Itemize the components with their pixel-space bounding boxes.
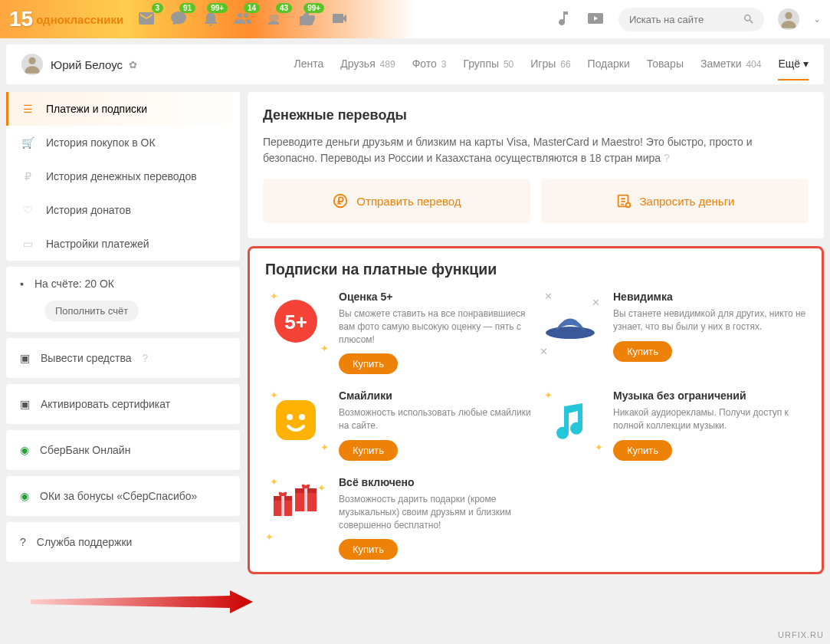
buy-button[interactable]: Купить [339, 353, 398, 374]
svg-point-8 [546, 327, 595, 339]
sub-desc: Никакой аудиорекламы. Получи доступ к по… [613, 406, 806, 432]
tab-groups[interactable]: Группы 50 [463, 58, 513, 71]
events-icon[interactable]: 99+ [298, 9, 317, 30]
svg-point-11 [299, 414, 305, 420]
music-icon: ✦✦ [540, 389, 601, 451]
main: Денежные переводы Переводите деньги друз… [248, 92, 824, 574]
ruble-icon: ₽ [20, 170, 35, 182]
buy-button[interactable]: Купить [339, 539, 398, 560]
help-icon: ? [20, 536, 26, 548]
search-icon [743, 13, 755, 28]
buy-button[interactable]: Купить [613, 341, 672, 362]
buy-button[interactable]: Купить [613, 440, 672, 461]
logo[interactable]: 15 одноклассники [9, 7, 123, 31]
tab-more[interactable]: Ещё ▾ [778, 58, 809, 80]
tab-gifts[interactable]: Подарки [588, 58, 630, 71]
sidemenu-payment-settings[interactable]: ▭Настройки платежей [6, 227, 240, 261]
sidebar: ☰Платежи и подписки 🛒История покупок в О… [6, 92, 240, 562]
smilies-icon: ✦✦ [265, 389, 326, 451]
help-icon: ? [143, 352, 149, 364]
chevron-down-icon[interactable]: ⌄ [813, 14, 821, 25]
messages-icon[interactable]: 3 [137, 9, 156, 30]
tab-notes[interactable]: Заметки 404 [700, 58, 761, 71]
sub-music: ✦✦ Музыка без ограничений Никакой аудиор… [540, 389, 806, 461]
sber-icon: ◉ [20, 490, 29, 502]
transfers-title: Денежные переводы [248, 92, 824, 134]
sub-desc: Возможность использовать любые смайлики … [339, 406, 532, 432]
certificate-icon: ▣ [20, 398, 30, 410]
svg-rect-17 [304, 488, 307, 511]
request-icon [615, 192, 632, 209]
wallet-icon: ▪ [20, 278, 24, 290]
user-avatar[interactable] [21, 54, 43, 75]
badge: 99+ [303, 3, 324, 13]
badge: 14 [244, 3, 260, 13]
svg-point-2 [28, 58, 35, 64]
sidelink-support[interactable]: ?Служба поддержки [6, 522, 240, 562]
camera-icon: ▣ [20, 352, 30, 364]
sub-all-inclusive: ✦✦✦ Всё включено Возможность дарить пода… [265, 476, 532, 560]
logo-text: одноклассники [36, 13, 123, 26]
avatar[interactable] [778, 8, 799, 30]
sidemenu-donation-history[interactable]: ♡История донатов [6, 193, 240, 227]
sub-smilies: ✦✦ Смайлики Возможность использовать люб… [265, 389, 532, 461]
sub-title: Музыка без ограничений [613, 389, 806, 402]
transfers-section: Денежные переводы Переводите деньги друз… [248, 92, 824, 238]
nav-tabs: Лента Друзья 489 Фото 3 Группы 50 Игры 6… [294, 58, 809, 71]
friends-icon[interactable]: 14 [234, 9, 252, 30]
search[interactable] [618, 8, 764, 31]
ruble-icon [332, 192, 349, 209]
rating5-icon: 5+ ✦✦ [265, 291, 326, 352]
svg-rect-14 [281, 496, 284, 516]
sidelink-sberspasibo[interactable]: ◉ОКи за бонусы «СберСпасибо» [6, 476, 240, 516]
invisible-icon: ✕✕✕ [540, 291, 601, 352]
gear-icon[interactable]: ✿ [129, 59, 137, 71]
guests-icon[interactable]: 43 [266, 9, 284, 30]
cart-icon: 🛒 [20, 136, 35, 149]
music-icon[interactable] [554, 9, 572, 30]
sber-icon: ◉ [20, 444, 29, 456]
tab-games[interactable]: Игры 66 [530, 58, 570, 71]
discussions-icon[interactable]: 91 [169, 9, 188, 30]
sidelink-certificate[interactable]: ▣Активировать сертификат [6, 384, 240, 424]
sub-title: Невидимка [613, 291, 806, 303]
sidelink-withdraw[interactable]: ▣Вывести средства ? [6, 338, 240, 378]
user-name[interactable]: Юрий Белоус [51, 58, 123, 71]
gifts-icon: ✦✦✦ [265, 476, 326, 537]
badge: 43 [276, 3, 292, 13]
video-icon[interactable] [330, 9, 349, 30]
wallet-card: ▪На счёте: 20 ОК Пополнить счёт [6, 267, 240, 332]
card-icon: ▭ [20, 238, 35, 250]
tab-photos[interactable]: Фото 3 [412, 58, 447, 71]
svg-rect-9 [276, 400, 316, 440]
request-money-button[interactable]: Запросить деньги [541, 179, 809, 223]
tab-feed[interactable]: Лента [294, 58, 324, 71]
svg-point-10 [287, 414, 293, 420]
userbar: Юрий Белоус ✿ Лента Друзья 489 Фото 3 Гр… [6, 44, 824, 84]
sidemenu-purchase-history[interactable]: 🛒История покупок в ОК [6, 126, 240, 159]
topup-button[interactable]: Пополнить счёт [44, 301, 139, 321]
tab-friends[interactable]: Друзья 489 [340, 58, 395, 71]
topbar: 15 одноклассники 3 91 99+ 14 43 99+ ⌄ [0, 0, 830, 38]
badge: 91 [179, 3, 195, 13]
sidemenu-transfer-history[interactable]: ₽История денежных переводов [6, 159, 240, 193]
send-transfer-button[interactable]: Отправить перевод [263, 179, 530, 223]
videotab-icon[interactable] [586, 9, 605, 30]
transfers-desc: Переводите деньги друзьям и близким на к… [248, 134, 824, 179]
sidelink-sberbank[interactable]: ◉СберБанк Онлайн [6, 430, 240, 470]
sidemenu-payments[interactable]: ☰Платежи и подписки [6, 92, 240, 126]
sub-desc: Вы станете невидимкой для других, никто … [613, 307, 806, 334]
buy-button[interactable]: Купить [339, 440, 398, 461]
svg-point-1 [785, 12, 792, 19]
sub-desc: Возможность дарить подарки (кроме музыка… [339, 493, 532, 531]
svg-text:5+: 5+ [284, 310, 307, 334]
notifications-icon[interactable]: 99+ [202, 9, 220, 30]
help-icon[interactable]: ? [664, 152, 670, 164]
tab-market[interactable]: Товары [647, 58, 684, 71]
list-icon: ☰ [20, 103, 35, 115]
logo-number: 15 [9, 7, 33, 31]
subs-title: Подписки на платные функции [250, 248, 822, 291]
sub-title: Оценка 5+ [339, 291, 532, 303]
donate-icon: ♡ [20, 204, 35, 216]
sub-title: Всё включено [339, 476, 532, 488]
